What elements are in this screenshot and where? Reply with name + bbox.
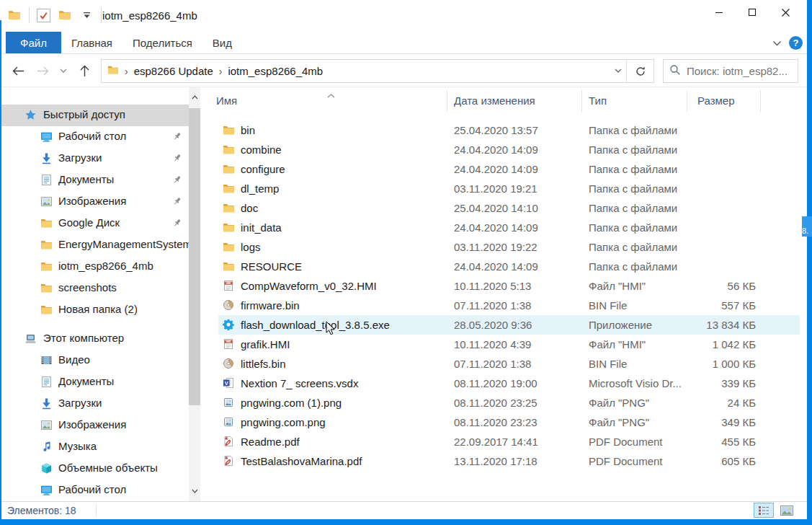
file-row[interactable]: bin25.04.2020 13:57Папка с файлами (218, 120, 800, 140)
file-row[interactable]: VNextion 7_ screens.vsdx08.11.2020 19:00… (218, 374, 800, 393)
ribbon-tab[interactable]: Главная (61, 32, 122, 53)
details-view-button[interactable] (754, 503, 774, 518)
sidebar-item[interactable]: screenshots (0, 278, 189, 299)
file-row[interactable]: HMICompWaveform_v0_32.HMI10.11.2020 5:13… (218, 276, 800, 296)
address-dropdown-chevron-icon[interactable] (610, 60, 626, 82)
minimize-button[interactable] (702, 0, 736, 25)
pin-icon (171, 218, 182, 229)
sidebar-item[interactable]: Рабочий стол (0, 126, 189, 148)
file-size-cell: 24 КБ (622, 393, 756, 412)
sidebar-item[interactable]: Рабочий стол (0, 480, 189, 501)
sidebar-item[interactable]: Документы (0, 169, 189, 191)
sidebar-item[interactable]: Новая папка (2) (0, 299, 189, 321)
sidebar-item[interactable]: Google Диск (0, 213, 189, 234)
breadcrumb-chevron-icon[interactable]: › (218, 66, 224, 77)
pdf-icon (223, 455, 234, 467)
content-area: Быстрый доступРабочий столЗагрузкиДокуме… (0, 87, 807, 501)
qat-customize-chevron-icon[interactable] (79, 8, 94, 22)
quick-access-toolbar (7, 7, 102, 23)
breadcrumb-item[interactable]: iotm_esp8266_4mb (228, 65, 323, 77)
refresh-button[interactable] (626, 60, 653, 82)
file-row[interactable]: flash_download_tool_3.8.5.exe28.05.2020 … (218, 315, 800, 335)
file-row[interactable]: combine24.04.2020 14:09Папка с файлами (218, 140, 800, 159)
sidebar-item[interactable]: iotm_esp8266_4mb (0, 256, 189, 278)
ribbon-tab[interactable]: Файл (6, 32, 61, 53)
sort-ascending-icon[interactable] (327, 88, 335, 101)
file-row[interactable]: dl_temp03.11.2020 19:21Папка с файлами (218, 179, 800, 198)
close-button[interactable] (769, 0, 802, 25)
qat-new-folder-icon[interactable] (58, 8, 72, 22)
sidebar-item[interactable]: Этот компьютер (0, 328, 189, 350)
folder-icon (40, 239, 53, 251)
breadcrumb-chevron-icon[interactable]: › (123, 66, 130, 77)
file-date-cell: 13.11.2020 17:18 (454, 451, 537, 471)
folder-icon (40, 282, 53, 294)
sidebar-item-label: Изображения (58, 195, 126, 207)
column-header[interactable]: Размер (697, 94, 735, 107)
sidebar-item[interactable]: Объемные объекты (0, 458, 189, 480)
search-box[interactable] (663, 59, 798, 83)
pin-icon (171, 153, 182, 164)
sidebar-item[interactable]: Музыка (0, 436, 189, 458)
sidebar-item[interactable]: EnergyManagementSystemN (0, 234, 189, 256)
scrollbar-down-icon[interactable] (189, 485, 200, 497)
recent-locations-chevron-icon[interactable] (58, 62, 69, 81)
sidebar-item[interactable]: Загрузки (0, 393, 189, 415)
titlebar: iotm_esp8266_4mb (0, 0, 807, 32)
column-divider[interactable] (447, 90, 447, 112)
desktop-icon-fragment: 8. (802, 216, 812, 237)
sidebar-item[interactable]: Загрузки (0, 148, 189, 169)
ribbon-tab[interactable]: Вид (202, 32, 242, 53)
document-icon (40, 376, 53, 388)
folder-icon (223, 124, 234, 136)
file-date-cell: 24.04.2020 14:09 (454, 218, 538, 237)
column-header[interactable]: Тип (589, 94, 607, 107)
statusbar: Элементов: 18 (0, 501, 807, 519)
file-row[interactable]: logs03.11.2020 19:22Папка с файлами (218, 237, 800, 257)
help-button[interactable]: ? (789, 36, 803, 50)
sidebar-scrollbar[interactable] (189, 87, 200, 501)
forward-button[interactable] (33, 62, 52, 81)
sidebar-item[interactable]: Документы (0, 371, 189, 393)
sidebar-item-label: EnergyManagementSystemN (58, 238, 189, 250)
file-date-cell: 03.11.2020 19:21 (454, 179, 537, 198)
scrollbar-up-icon[interactable] (189, 92, 200, 103)
column-divider[interactable] (687, 90, 687, 112)
file-row[interactable]: init_data24.04.2020 14:09Папка с файлами (218, 218, 800, 237)
search-input[interactable] (687, 65, 792, 77)
thumbnail-view-button[interactable] (777, 503, 797, 518)
maximize-button[interactable] (736, 0, 769, 25)
sidebar-item[interactable]: Изображения (0, 415, 189, 436)
file-row[interactable]: firmware.bin07.11.2020 1:38BIN File557 К… (218, 296, 800, 315)
item-count: Элементов: 18 (7, 505, 76, 516)
disc-icon (223, 358, 234, 369)
sidebar-item[interactable]: Видео (0, 350, 189, 371)
up-button[interactable] (75, 62, 94, 81)
sidebar-item[interactable]: Изображения (0, 191, 189, 213)
navigation-pane: Быстрый доступРабочий столЗагрузкиДокуме… (0, 87, 189, 501)
ribbon-expand-chevron-icon[interactable] (772, 37, 782, 50)
back-button[interactable] (9, 62, 27, 81)
column-divider[interactable] (581, 90, 582, 112)
file-row[interactable]: pngwing.com.png08.11.2020 23:23Файл "PNG… (218, 412, 800, 432)
column-header[interactable]: Имя (216, 94, 237, 107)
file-row[interactable]: pngwing.com (1).png08.11.2020 23:25Файл … (218, 393, 800, 412)
file-row[interactable]: littlefs.bin07.11.2020 1:38BIN File1 000… (218, 354, 800, 374)
qat-checkmark-icon[interactable] (37, 9, 50, 22)
explorer-window: iotm_esp8266_4mb ФайлГлавнаяПоделитьсяВи… (0, 0, 807, 519)
file-row[interactable]: RESOURCE24.04.2020 14:09Папка с файлами (218, 257, 800, 276)
file-row[interactable]: TestBalashovaMarina.pdf13.11.2020 17:18P… (218, 451, 800, 471)
column-divider[interactable] (760, 90, 761, 112)
file-row[interactable]: Readme.pdf22.09.2017 14:41PDF Document45… (218, 432, 800, 451)
breadcrumb-item[interactable]: esp8266 Update (134, 65, 213, 77)
sidebar-item[interactable]: Быстрый доступ (0, 105, 189, 126)
file-name-cell: combine (241, 140, 282, 159)
column-header[interactable]: Дата изменения (454, 94, 535, 107)
sidebar-scrollbar-thumb[interactable] (189, 108, 200, 405)
file-type-cell: Папка с файлами (589, 120, 677, 140)
file-row[interactable]: HMIgrafik.HMI10.11.2020 4:39Файл "HMI"1 … (218, 335, 800, 354)
address-bar[interactable]: ›esp8266 Update›iotm_esp8266_4mb (101, 59, 654, 83)
file-row[interactable]: configure24.04.2020 14:09Папка с файлами (218, 159, 800, 179)
file-row[interactable]: doc25.04.2020 14:10Папка с файлами (218, 198, 800, 218)
ribbon-tab[interactable]: Поделиться (122, 32, 202, 53)
